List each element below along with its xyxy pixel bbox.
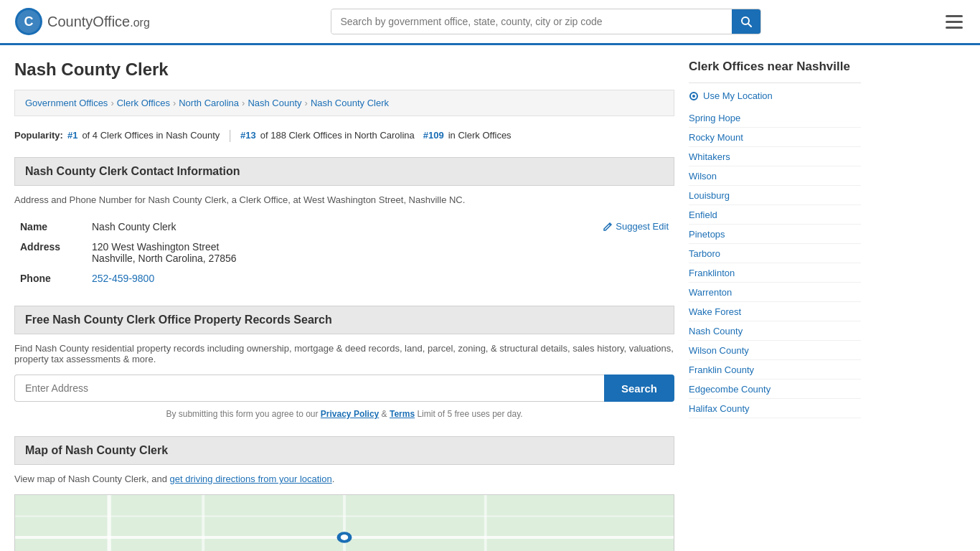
sidebar-link-tarboro[interactable]: Tarboro bbox=[689, 248, 720, 259]
sidebar-link-franklin-county[interactable]: Franklin County bbox=[689, 364, 754, 375]
contact-section-header: Nash County Clerk Contact Information bbox=[14, 157, 674, 186]
phone-label: Phone bbox=[14, 268, 86, 288]
list-item: Tarboro bbox=[689, 244, 861, 263]
sidebar-link-edgecombe-county[interactable]: Edgecombe County bbox=[689, 384, 771, 395]
property-search-header: Free Nash County Clerk Office Property R… bbox=[14, 306, 674, 334]
popularity-rank3-text: in Clerk Offices bbox=[448, 130, 512, 141]
site-header: C CountyOffice.org bbox=[0, 0, 980, 45]
sidebar-link-wake-forest[interactable]: Wake Forest bbox=[689, 306, 741, 317]
edit-icon bbox=[603, 222, 613, 232]
location-icon bbox=[689, 91, 699, 101]
phone-link[interactable]: 252-459-9800 bbox=[92, 273, 154, 284]
breadcrumb-link[interactable]: North Carolina bbox=[179, 98, 239, 108]
name-label: Name bbox=[14, 217, 86, 237]
list-item: Wilson bbox=[689, 166, 861, 186]
search-input-wrapper bbox=[331, 9, 761, 34]
svg-text:C: C bbox=[24, 14, 34, 29]
svg-point-18 bbox=[692, 95, 695, 98]
sidebar-link-wilson-county[interactable]: Wilson County bbox=[689, 345, 749, 356]
page-title: Nash County Clerk bbox=[14, 60, 674, 80]
list-item: Rocky Mount bbox=[689, 128, 861, 147]
popularity-rank2: #13 bbox=[240, 130, 256, 141]
property-search-button[interactable]: Search bbox=[604, 375, 674, 402]
content-area: Nash County Clerk Government Offices › C… bbox=[14, 60, 674, 551]
sidebar-link-warrenton[interactable]: Warrenton bbox=[689, 287, 732, 298]
search-icon bbox=[740, 16, 752, 27]
popularity-section: Popularity: #1 of 4 Clerk Offices in Nas… bbox=[14, 128, 674, 143]
breadcrumb-link[interactable]: Nash County Clerk bbox=[311, 98, 389, 108]
sidebar-link-louisburg[interactable]: Louisburg bbox=[689, 190, 730, 201]
sidebar-link-wilson[interactable]: Wilson bbox=[689, 171, 717, 182]
sidebar-link-whitakers[interactable]: Whitakers bbox=[689, 151, 730, 162]
header-search-button[interactable] bbox=[732, 9, 760, 34]
list-item: Wilson County bbox=[689, 341, 861, 360]
logo-text: CountyOffice.org bbox=[47, 14, 150, 30]
popularity-label: Popularity: bbox=[14, 130, 63, 141]
map-section-header: Map of Nash County Clerk bbox=[14, 436, 674, 465]
directions-link[interactable]: get driving directions from your locatio… bbox=[170, 474, 332, 484]
sidebar-link-enfield[interactable]: Enfield bbox=[689, 209, 717, 220]
breadcrumb-link[interactable]: Nash County bbox=[248, 98, 301, 108]
contact-section: Nash County Clerk Contact Information Ad… bbox=[14, 157, 674, 288]
sidebar-link-pinetops[interactable]: Pinetops bbox=[689, 229, 725, 240]
name-value: Nash County Clerk Suggest Edit bbox=[86, 217, 674, 237]
terms-text: By submitting this form you agree to our… bbox=[14, 409, 674, 419]
popularity-rank1: #1 bbox=[67, 130, 77, 141]
map-description: View map of Nash County Clerk, and get d… bbox=[14, 474, 674, 484]
menu-button[interactable] bbox=[943, 12, 966, 32]
search-input[interactable] bbox=[331, 10, 732, 33]
contact-info-table: Name Nash County Clerk Suggest Edit bbox=[14, 217, 674, 288]
header-search-area bbox=[331, 9, 761, 34]
terms-link[interactable]: Terms bbox=[390, 409, 415, 419]
hamburger-line bbox=[946, 27, 963, 29]
suggest-edit-link[interactable]: Suggest Edit bbox=[603, 221, 669, 232]
svg-point-16 bbox=[341, 534, 348, 540]
table-row: Phone 252-459-9800 bbox=[14, 268, 674, 288]
list-item: Franklin County bbox=[689, 360, 861, 380]
map-section: Map of Nash County Clerk View map of Nas… bbox=[14, 436, 674, 551]
main-container: Nash County Clerk Government Offices › C… bbox=[0, 45, 980, 551]
breadcrumb-link[interactable]: Government Offices bbox=[25, 98, 108, 108]
list-item: Spring Hope bbox=[689, 108, 861, 128]
property-search-description: Find Nash County residential property re… bbox=[14, 343, 674, 364]
list-item: Whitakers bbox=[689, 147, 861, 166]
hamburger-line bbox=[946, 21, 963, 23]
map-svg bbox=[15, 495, 674, 551]
breadcrumb-link[interactable]: Clerk Offices bbox=[117, 98, 170, 108]
sidebar: Clerk Offices near Nashville Use My Loca… bbox=[689, 60, 861, 551]
hamburger-line bbox=[946, 15, 963, 17]
sidebar-title: Clerk Offices near Nashville bbox=[689, 60, 861, 83]
popularity-rank1-text: of 4 Clerk Offices in Nash County bbox=[82, 130, 220, 141]
use-my-location-link[interactable]: Use My Location bbox=[689, 90, 861, 101]
table-row: Name Nash County Clerk Suggest Edit bbox=[14, 217, 674, 237]
sidebar-link-rocky-mount[interactable]: Rocky Mount bbox=[689, 132, 743, 143]
sidebar-link-spring-hope[interactable]: Spring Hope bbox=[689, 113, 740, 123]
list-item: Enfield bbox=[689, 205, 861, 225]
phone-value: 252-459-9800 bbox=[86, 268, 674, 288]
logo: C CountyOffice.org bbox=[14, 7, 150, 36]
list-item: Wake Forest bbox=[689, 302, 861, 321]
address-value: 120 West Washington Street Nashville, No… bbox=[86, 237, 674, 268]
svg-line-4 bbox=[748, 24, 751, 27]
table-row: Address 120 West Washington Street Nashv… bbox=[14, 237, 674, 268]
list-item: Warrenton bbox=[689, 283, 861, 302]
popularity-rank3: #109 bbox=[423, 130, 444, 141]
sidebar-list: Spring Hope Rocky Mount Whitakers Wilson… bbox=[689, 108, 861, 418]
list-item: Pinetops bbox=[689, 225, 861, 244]
popularity-rank2-text: of 188 Clerk Offices in North Carolina bbox=[260, 130, 415, 141]
list-item: Nash County bbox=[689, 321, 861, 341]
address-label: Address bbox=[14, 237, 86, 268]
list-item: Edgecombe County bbox=[689, 380, 861, 399]
privacy-policy-link[interactable]: Privacy Policy bbox=[321, 409, 379, 419]
address-input[interactable] bbox=[14, 375, 604, 402]
contact-description: Address and Phone Number for Nash County… bbox=[14, 194, 674, 205]
sidebar-link-halifax-county[interactable]: Halifax County bbox=[689, 403, 750, 414]
sidebar-link-nash-county[interactable]: Nash County bbox=[689, 326, 743, 336]
property-search-section: Free Nash County Clerk Office Property R… bbox=[14, 306, 674, 419]
list-item: Halifax County bbox=[689, 399, 861, 418]
breadcrumb: Government Offices › Clerk Offices › Nor… bbox=[14, 90, 674, 116]
map-placeholder: Nash County Register of Deeds Trinity Pl… bbox=[14, 494, 674, 551]
list-item: Louisburg bbox=[689, 186, 861, 205]
sidebar-link-franklinton[interactable]: Franklinton bbox=[689, 268, 735, 278]
list-item: Franklinton bbox=[689, 263, 861, 283]
